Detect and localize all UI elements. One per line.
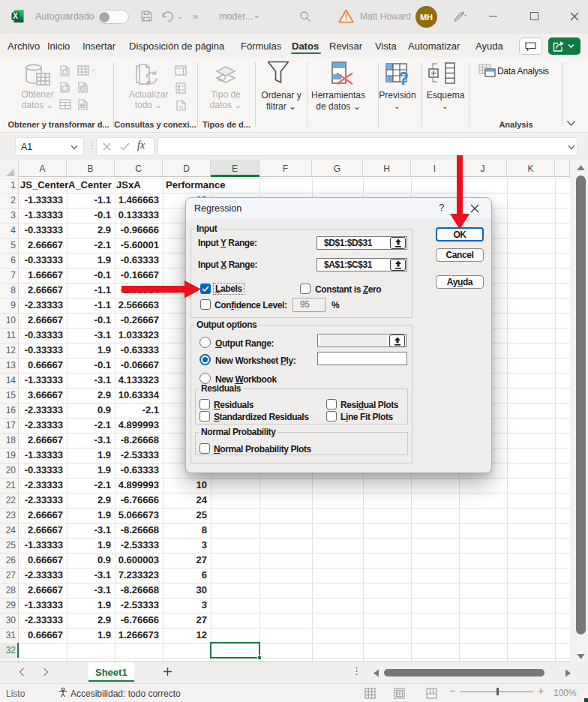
svg-text:X: X xyxy=(13,12,18,20)
svg-text:?: ? xyxy=(398,69,409,86)
